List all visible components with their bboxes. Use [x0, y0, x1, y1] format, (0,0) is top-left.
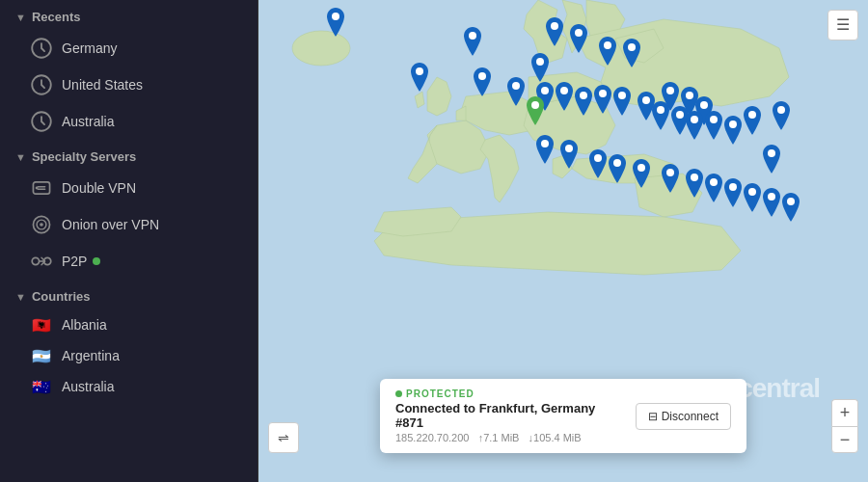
countries-label: Countries: [32, 289, 91, 304]
p2p-active-dot: [93, 257, 100, 265]
map-pin-p29[interactable]: [557, 140, 581, 169]
ip-text: 185.220.70.200 ↑7.1 MiB ↓105.4 MiB: [395, 432, 620, 443]
map-pin-p1[interactable]: [324, 8, 347, 37]
zoom-out-button[interactable]: −: [831, 426, 858, 453]
download-stat: ↓105.4 MiB: [529, 432, 582, 443]
svg-point-43: [637, 164, 645, 172]
menu-icon: ☰: [836, 17, 850, 33]
sidebar-item-united-states[interactable]: United States: [0, 67, 258, 103]
svg-point-40: [565, 145, 573, 152]
svg-point-24: [580, 92, 587, 99]
albania-label: Albania: [62, 317, 107, 333]
map-pin-p15[interactable]: [610, 87, 634, 116]
map-pin-p26[interactable]: [770, 101, 793, 130]
zoom-buttons: + −: [831, 399, 858, 453]
map-pin-p7[interactable]: [529, 53, 552, 82]
svg-point-34: [710, 116, 718, 123]
svg-point-20: [478, 72, 486, 80]
disconnect-button[interactable]: ⊟ Disconnect: [636, 403, 731, 430]
zoom-in-button[interactable]: +: [831, 399, 858, 426]
specialty-label: Specialty Servers: [32, 149, 136, 164]
argentina-label: Argentina: [62, 348, 120, 363]
svg-point-33: [691, 116, 698, 123]
clock-icon: [31, 38, 52, 59]
svg-point-31: [657, 106, 665, 114]
double-vpn-label: Double VPN: [62, 180, 136, 196]
onion-vpn-icon: [31, 214, 52, 235]
sidebar-item-p2p[interactable]: P2P: [0, 243, 258, 280]
sidebar-item-argentina[interactable]: 🇦🇷 Argentina: [0, 340, 258, 371]
svg-point-8: [32, 257, 39, 264]
map-pin-p3[interactable]: [543, 17, 566, 46]
australia-flag: 🇦🇺: [31, 379, 52, 394]
svg-point-19: [416, 67, 423, 75]
chevron-down-icon-countries: ▼: [15, 291, 26, 303]
sidebar-item-onion-vpn[interactable]: Onion over VPN: [0, 206, 258, 243]
germany-label: Germany: [62, 40, 118, 56]
map-pin-p32[interactable]: [630, 159, 653, 188]
recents-section-header[interactable]: ▼ Recents: [0, 0, 258, 30]
sidebar-item-germany[interactable]: Germany: [0, 30, 258, 67]
zoom-in-icon: +: [840, 403, 851, 423]
chevron-down-icon: ▼: [15, 12, 26, 23]
map-pin-p25[interactable]: [741, 106, 764, 135]
svg-point-17: [628, 43, 636, 51]
svg-point-51: [531, 101, 539, 109]
svg-point-46: [710, 178, 718, 186]
svg-point-39: [541, 140, 549, 147]
sidebar-item-australia-c[interactable]: 🇦🇺 Australia: [0, 371, 258, 402]
filter-button[interactable]: ⇌: [268, 422, 299, 453]
svg-point-4: [36, 187, 39, 190]
p2p-icon: [31, 251, 52, 272]
status-bar: PROTECTED Connected to Frankfurt, German…: [380, 379, 746, 453]
svg-point-22: [541, 87, 549, 94]
svg-point-13: [469, 32, 476, 40]
p2p-label: P2P: [62, 254, 87, 269]
svg-point-35: [729, 120, 737, 128]
sidebar: ▼ Recents Germany United States Austr: [0, 0, 258, 482]
sidebar-item-australia[interactable]: Australia: [0, 103, 258, 140]
upload-stat: ↑7.1 MiB: [478, 432, 520, 443]
svg-point-26: [618, 92, 626, 99]
svg-point-16: [604, 41, 611, 49]
map-pin-p6[interactable]: [620, 39, 643, 67]
specialty-section-header[interactable]: ▼ Specialty Servers: [0, 140, 258, 170]
svg-point-38: [768, 149, 775, 157]
svg-point-21: [512, 82, 520, 90]
filter-icon: ⇌: [278, 430, 289, 445]
menu-button[interactable]: ☰: [827, 10, 858, 40]
svg-point-47: [729, 183, 737, 191]
disconnect-icon: ⊟: [648, 410, 658, 423]
svg-point-14: [551, 22, 558, 30]
svg-point-12: [332, 13, 339, 20]
svg-point-49: [768, 193, 775, 201]
map-pin-p33[interactable]: [659, 164, 682, 193]
svg-point-15: [575, 29, 583, 37]
map-pin-p4[interactable]: [567, 24, 590, 53]
map-pin-p31[interactable]: [606, 154, 629, 183]
map-pin-p8[interactable]: [408, 63, 431, 92]
svg-point-45: [691, 174, 698, 181]
map-pin-pg1[interactable]: [524, 96, 547, 125]
svg-point-28: [666, 87, 674, 94]
svg-point-36: [748, 111, 756, 119]
sidebar-item-albania[interactable]: 🇦🇱 Albania: [0, 309, 258, 340]
map-pin-p2[interactable]: [461, 27, 484, 56]
map-pin-p27[interactable]: [760, 145, 783, 174]
disconnect-label: Disconnect: [662, 410, 719, 423]
connection-text: Connected to Frankfurt, Germany #871: [395, 401, 620, 430]
svg-point-30: [700, 101, 708, 109]
countries-section-header[interactable]: ▼ Countries: [0, 280, 258, 309]
map-pin-p5[interactable]: [596, 37, 619, 66]
onion-vpn-label: Onion over VPN: [62, 217, 159, 232]
clock-icon-us: [31, 74, 52, 95]
australia-c-label: Australia: [62, 379, 114, 394]
sidebar-item-double-vpn[interactable]: Double VPN: [0, 170, 258, 206]
svg-point-18: [536, 58, 544, 66]
map-pin-p28[interactable]: [533, 135, 556, 164]
recents-label: Recents: [32, 10, 81, 24]
united-states-label: United States: [62, 77, 143, 93]
protected-label: PROTECTED: [395, 388, 620, 399]
map-pin-p39[interactable]: [779, 193, 802, 222]
map-pin-p9[interactable]: [471, 67, 494, 96]
